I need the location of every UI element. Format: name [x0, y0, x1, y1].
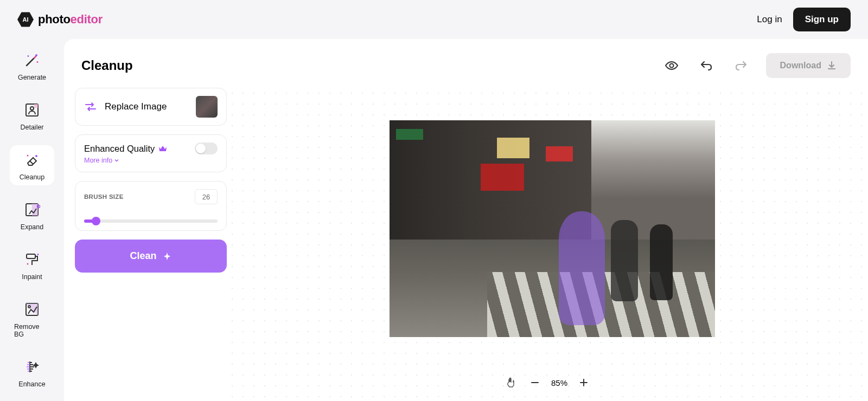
redo-icon — [735, 59, 748, 72]
undo-icon — [700, 59, 713, 72]
app-header: AI photoeditor Log in Sign up — [0, 0, 868, 39]
nav-label: Generate — [18, 74, 46, 81]
image-thumbnail — [196, 96, 218, 118]
download-label: Download — [780, 61, 821, 70]
svg-point-8 — [27, 263, 29, 265]
svg-rect-2 — [34, 104, 38, 108]
zoom-out-button[interactable] — [527, 375, 542, 390]
download-icon — [827, 61, 837, 70]
enhanced-quality-toggle[interactable] — [195, 143, 218, 154]
enhanced-quality-card: Enhanced Quality More info — [75, 134, 227, 172]
brush-size-value[interactable]: 26 — [195, 189, 218, 204]
brush-size-slider[interactable] — [84, 219, 218, 223]
plus-icon — [579, 378, 589, 387]
eraser-sparkle-icon — [22, 150, 42, 170]
logo-badge-text: AI — [23, 16, 29, 23]
login-button[interactable]: Log in — [757, 14, 782, 25]
nav-label: Cleanup — [20, 173, 45, 181]
sidebar-item-generate[interactable]: Generate — [10, 46, 54, 86]
settings-panel: Replace Image Enhanced Quality More info — [64, 88, 227, 401]
nav-label: Inpaint — [22, 273, 42, 281]
sidebar-item-cleanup[interactable]: Cleanup — [10, 145, 54, 185]
nav-label: Remove BG — [14, 323, 50, 338]
pan-button[interactable] — [503, 375, 519, 390]
logo-badge-icon: AI — [17, 11, 34, 28]
expand-frame-icon — [22, 199, 42, 220]
sparkle-icon — [162, 251, 172, 261]
sidebar-item-enhance[interactable]: Enhance — [10, 352, 54, 392]
eye-icon — [665, 59, 679, 73]
clean-button[interactable]: Clean — [75, 240, 227, 273]
svg-point-3 — [27, 155, 29, 157]
sidebar-item-detailer[interactable]: Detailer — [10, 95, 54, 135]
replace-label: Replace Image — [105, 101, 167, 112]
download-button[interactable]: Download — [766, 53, 851, 78]
nav-label: Enhance — [18, 380, 45, 388]
clean-label: Clean — [130, 250, 156, 262]
sidebar-item-removebg[interactable]: Remove BG — [10, 295, 54, 342]
signup-button[interactable]: Sign up — [793, 8, 851, 31]
preview-button[interactable] — [662, 56, 681, 75]
content-topbar: Cleanup Download — [64, 39, 868, 88]
brush-size-card: BRUSH SIZE 26 — [75, 181, 227, 231]
zoom-in-button[interactable] — [576, 375, 591, 390]
undo-button[interactable] — [697, 56, 716, 75]
canvas-area[interactable]: 85% — [227, 88, 868, 401]
zoom-controls: 85% — [503, 375, 591, 390]
svg-rect-7 — [27, 254, 35, 258]
enhanced-quality-label: Enhanced Quality — [84, 144, 155, 154]
crown-icon — [158, 144, 168, 153]
logo-text: photoeditor — [38, 12, 103, 27]
slider-thumb[interactable] — [92, 217, 100, 225]
remove-bg-icon — [22, 299, 42, 320]
tool-sidebar: Generate Detailer Cleanup Expand Inpaint — [0, 39, 64, 401]
content-area: Cleanup Download — [64, 39, 868, 401]
sidebar-item-expand[interactable]: Expand — [10, 195, 54, 235]
svg-point-1 — [30, 107, 34, 110]
wand-sparkle-icon — [22, 50, 42, 70]
chevron-down-icon — [114, 158, 119, 163]
sidebar-item-more[interactable] — [10, 399, 54, 401]
person-frame-icon — [22, 100, 42, 120]
more-info-link[interactable]: More info — [84, 157, 218, 164]
page-title: Cleanup — [81, 58, 133, 73]
swap-icon — [84, 100, 97, 113]
replace-image-button[interactable]: Replace Image — [75, 88, 227, 126]
logo[interactable]: AI photoeditor — [17, 11, 103, 28]
sidebar-item-inpaint[interactable]: Inpaint — [10, 245, 54, 285]
zoom-value: 85% — [551, 378, 567, 387]
brush-size-label: BRUSH SIZE — [84, 193, 124, 200]
workspace: Replace Image Enhanced Quality More info — [64, 88, 868, 401]
top-actions: Download — [662, 53, 851, 78]
nav-label: Detailer — [20, 124, 43, 131]
enhance-sparkle-icon — [22, 357, 42, 377]
redo-button[interactable] — [731, 56, 751, 75]
header-actions: Log in Sign up — [757, 8, 851, 31]
svg-point-12 — [669, 64, 673, 68]
brush-mask-overlay — [559, 211, 605, 325]
minus-icon — [530, 378, 540, 387]
edited-image[interactable] — [390, 120, 715, 337]
nav-label: Expand — [21, 223, 43, 231]
hand-icon — [505, 377, 517, 389]
main-layout: Generate Detailer Cleanup Expand Inpaint — [0, 39, 868, 401]
paint-roller-icon — [22, 249, 42, 270]
